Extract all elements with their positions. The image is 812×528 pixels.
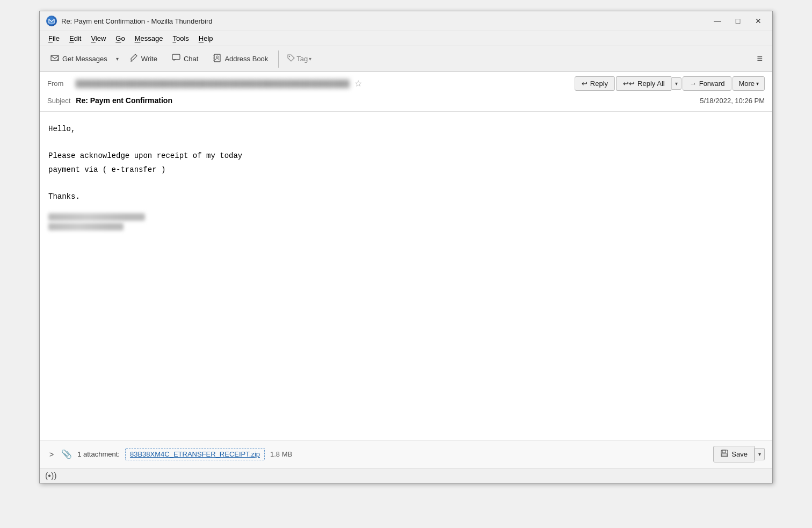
- svg-point-5: [289, 56, 290, 57]
- minimize-button[interactable]: —: [710, 16, 725, 26]
- maximize-button[interactable]: □: [730, 16, 745, 26]
- reply-all-label: Reply All: [637, 79, 665, 88]
- window-title: Re: Paym ent Confirmation - Mozilla Thun…: [61, 17, 213, 25]
- save-button-group: Save ▾: [713, 446, 765, 462]
- menu-edit[interactable]: Edit: [65, 32, 85, 45]
- attachment-bar: > 📎 1 attachment: 83B38XM4C_ETRANSFER_RE…: [40, 440, 772, 468]
- menu-bar: File Edit View Go Message Tools Help: [40, 31, 772, 46]
- forward-label: Forward: [699, 79, 725, 88]
- reply-all-icon: ↩↩: [623, 79, 635, 88]
- hamburger-icon: ≡: [757, 53, 763, 64]
- subject-label: Subject: [47, 97, 70, 105]
- forward-button[interactable]: → Forward: [683, 76, 732, 91]
- reply-label: Reply: [590, 79, 608, 88]
- attachment-filename[interactable]: 83B38XM4C_ETRANSFER_RECEIPT.zip: [125, 448, 265, 460]
- title-bar-left: Re: Paym ent Confirmation - Mozilla Thun…: [46, 16, 213, 26]
- from-address: ████████████████████████████████████████…: [76, 79, 350, 88]
- from-label: From: [47, 79, 71, 88]
- reply-all-group: ↩↩ Reply All ▾: [616, 76, 682, 91]
- menu-help[interactable]: Help: [194, 32, 218, 45]
- more-button[interactable]: More ▾: [733, 76, 765, 91]
- tag-label: Tag: [296, 55, 308, 63]
- star-icon[interactable]: ☆: [354, 78, 362, 89]
- attachment-size: 1.8 MB: [270, 450, 292, 458]
- save-button[interactable]: Save: [713, 446, 755, 462]
- from-left: From ███████████████████████████████████…: [47, 78, 362, 89]
- expand-attachments-button[interactable]: >: [47, 448, 56, 461]
- toolbar: Get Messages ▾ Write Chat: [40, 46, 772, 72]
- more-chevron-icon: ▾: [756, 81, 759, 86]
- get-messages-button[interactable]: Get Messages: [44, 50, 113, 68]
- save-icon: [720, 449, 729, 459]
- from-row: From ███████████████████████████████████…: [47, 76, 765, 91]
- forward-icon: →: [690, 79, 697, 88]
- menu-message[interactable]: Message: [130, 32, 168, 45]
- sig-line-2: [48, 223, 124, 230]
- svg-rect-2: [172, 54, 180, 60]
- email-body: Hello, Please acknowledge upon receipt o…: [40, 112, 772, 440]
- get-messages-label: Get Messages: [62, 55, 107, 63]
- body-line-3: Please acknowledge upon receipt of my to…: [48, 149, 764, 163]
- save-label: Save: [731, 450, 748, 458]
- status-bar: (•)): [40, 468, 772, 483]
- get-messages-group: Get Messages ▾: [44, 50, 122, 68]
- email-header: From ███████████████████████████████████…: [40, 72, 772, 112]
- attachment-count: 1 attachment:: [77, 450, 120, 458]
- main-window: Re: Paym ent Confirmation - Mozilla Thun…: [39, 11, 773, 483]
- menu-go[interactable]: Go: [111, 32, 129, 45]
- save-dropdown[interactable]: ▾: [755, 448, 765, 460]
- chat-button[interactable]: Chat: [165, 50, 204, 68]
- title-bar: Re: Paym ent Confirmation - Mozilla Thun…: [40, 11, 772, 31]
- reply-icon: ↩: [582, 79, 588, 88]
- more-label: More: [738, 79, 755, 88]
- get-messages-icon: [50, 53, 60, 65]
- tag-dropdown[interactable]: Tag ▾: [283, 50, 315, 67]
- get-messages-dropdown[interactable]: ▾: [113, 51, 122, 67]
- app-icon: [46, 16, 57, 26]
- write-icon: [130, 54, 139, 64]
- subject-row: Subject Re: Paym ent Confirmation 5/18/2…: [47, 94, 765, 107]
- attachment-clip-icon: 📎: [61, 449, 72, 459]
- reply-all-dropdown[interactable]: ▾: [671, 77, 682, 90]
- close-button[interactable]: ✕: [751, 16, 766, 26]
- subject-left: Subject Re: Paym ent Confirmation: [47, 96, 172, 105]
- window-controls: — □ ✕: [710, 16, 766, 26]
- menu-tools[interactable]: Tools: [168, 32, 193, 45]
- status-icon: (•)): [45, 471, 57, 481]
- sig-line-1: [48, 213, 145, 221]
- reply-all-button[interactable]: ↩↩ Reply All: [616, 76, 671, 91]
- action-buttons: ↩ Reply ↩↩ Reply All ▾ → Forward More: [575, 76, 765, 91]
- address-book-icon: [212, 53, 222, 65]
- address-book-button[interactable]: Address Book: [206, 50, 274, 68]
- subject-text: Re: Paym ent Confirmation: [76, 96, 172, 105]
- tag-icon: [287, 54, 295, 64]
- date-text: 5/18/2022, 10:26 PM: [700, 97, 765, 105]
- chat-label: Chat: [184, 55, 198, 63]
- svg-point-4: [216, 56, 219, 58]
- hamburger-button[interactable]: ≡: [751, 50, 768, 67]
- menu-file[interactable]: File: [44, 32, 64, 45]
- signature-block: [48, 209, 764, 230]
- body-line-4: payment via ( e-transfer ): [48, 163, 764, 177]
- reply-button[interactable]: ↩ Reply: [575, 76, 615, 91]
- tag-chevron-icon: ▾: [309, 56, 311, 62]
- svg-rect-7: [722, 450, 726, 453]
- body-line-1: Hello,: [48, 122, 764, 136]
- write-label: Write: [141, 55, 157, 63]
- svg-rect-8: [722, 454, 727, 456]
- address-book-label: Address Book: [224, 55, 268, 63]
- body-line-6: Thanks.: [48, 190, 764, 204]
- toolbar-separator: [278, 50, 279, 68]
- menu-view[interactable]: View: [86, 32, 110, 45]
- chat-icon: [171, 53, 181, 65]
- write-button[interactable]: Write: [124, 50, 163, 68]
